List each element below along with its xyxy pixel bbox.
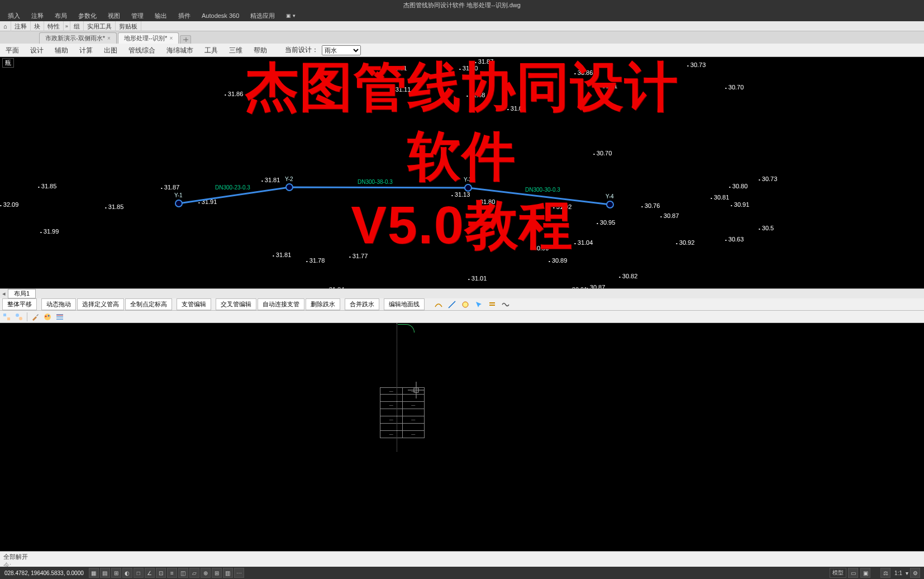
- panel-group[interactable]: 组: [70, 21, 84, 31]
- panel-arrow-icon[interactable]: »: [64, 21, 70, 31]
- snap-toggle[interactable]: ▦: [89, 568, 99, 578]
- close-icon[interactable]: ×: [107, 35, 111, 41]
- grid-toggle[interactable]: ▤: [100, 568, 110, 578]
- panel-annotate[interactable]: 注释: [11, 21, 31, 31]
- document-tabs: 市政新演示-双侧雨水* × 地形处理--识别* ×: [0, 31, 924, 44]
- menu-autodesk360[interactable]: Autodesk 360: [196, 12, 245, 19]
- doc-tab-municipal[interactable]: 市政新演示-双侧雨水* ×: [39, 32, 117, 44]
- tb-3d[interactable]: 三维: [223, 44, 248, 57]
- layout-icon[interactable]: ▭: [848, 568, 858, 578]
- menu-output[interactable]: 输出: [149, 12, 173, 20]
- pipe-node-label: Y-1: [174, 192, 183, 198]
- lwt-toggle[interactable]: ≡: [167, 568, 177, 578]
- circle-icon[interactable]: [461, 300, 470, 309]
- menu-layout[interactable]: 布局: [49, 12, 73, 20]
- polar-toggle[interactable]: ◐: [122, 568, 132, 578]
- elevation-label: 32.09: [0, 201, 18, 208]
- panel-clipboard[interactable]: 剪贴板: [116, 21, 141, 31]
- tb-output[interactable]: 出图: [98, 44, 123, 57]
- panel-utils[interactable]: 实用工具: [84, 21, 116, 31]
- ws-toggle[interactable]: ▥: [223, 568, 233, 578]
- gear-icon[interactable]: ⚙: [910, 568, 920, 578]
- max-icon[interactable]: ▣: [860, 568, 870, 578]
- opt2-icon[interactable]: [15, 312, 23, 321]
- status-scale[interactable]: 1:1: [892, 570, 904, 576]
- btn-drag[interactable]: 动态拖动: [41, 298, 76, 310]
- btn-select-height[interactable]: 选择定义管高: [77, 298, 124, 310]
- ann-toggle[interactable]: ⊞: [212, 568, 222, 578]
- pick-icon[interactable]: [474, 300, 483, 309]
- elevation-label: 30.5: [759, 225, 774, 231]
- tb-pipeline[interactable]: 管线综合: [123, 44, 161, 57]
- menu-insert[interactable]: 插入: [2, 12, 26, 20]
- svg-rect-7: [3, 314, 6, 316]
- btn-translate[interactable]: 整体平移: [2, 298, 37, 310]
- tb-help[interactable]: 帮助: [248, 44, 273, 57]
- annoscale-icon[interactable]: ⚖: [880, 568, 890, 578]
- plus-icon: [183, 37, 188, 42]
- tutorial-overlay-title: 杰图管线协同设计软件 V5.0教程: [231, 57, 693, 260]
- ribbon-panels: ⌂ 注释 块 特性 » 组 实用工具 剪贴板: [0, 21, 924, 31]
- scale-dropdown-icon[interactable]: ▾: [906, 570, 908, 576]
- svg-rect-6: [489, 305, 495, 306]
- tb-assist[interactable]: 辅助: [49, 44, 74, 57]
- menu-plugin[interactable]: 插件: [173, 12, 196, 20]
- lines-icon[interactable]: [55, 312, 64, 321]
- btn-cross-edit[interactable]: 交叉管编辑: [216, 298, 256, 310]
- dyn-toggle[interactable]: ⊡: [156, 568, 166, 578]
- trans-toggle[interactable]: ◫: [178, 568, 188, 578]
- menu-annotate[interactable]: 注释: [26, 12, 49, 20]
- track-toggle[interactable]: ∠: [145, 568, 155, 578]
- menu-manage[interactable]: 管理: [126, 12, 149, 20]
- btn-edit-ground[interactable]: 编辑地面线: [384, 298, 425, 310]
- btn-auto-connect[interactable]: 自动连接支管: [258, 298, 304, 310]
- new-tab-button[interactable]: [180, 35, 191, 44]
- doc-tab-terrain[interactable]: 地形处理--识别* ×: [118, 32, 179, 44]
- overlay-line2: V5.0教程: [231, 191, 693, 260]
- menu-featured[interactable]: 精选应用: [245, 12, 280, 20]
- tb-calc[interactable]: 计算: [74, 44, 98, 57]
- line-icon[interactable]: [447, 300, 456, 309]
- ortho-toggle[interactable]: ⊞: [111, 568, 121, 578]
- stack-icon[interactable]: [488, 300, 497, 309]
- viewport-label: 瓶: [2, 58, 14, 68]
- btn-merge-drop[interactable]: 合并跌水: [345, 298, 379, 310]
- more-toggle[interactable]: ⋯: [234, 568, 244, 578]
- palette-icon[interactable]: [43, 312, 52, 321]
- elevation-label: 30.81: [711, 194, 729, 201]
- elevation-label: 31.85: [38, 183, 56, 189]
- status-model[interactable]: 模型: [830, 568, 846, 578]
- qp-toggle[interactable]: ▱: [189, 568, 199, 578]
- tb-plan[interactable]: 平面: [0, 44, 25, 57]
- curve-icon[interactable]: [434, 300, 443, 309]
- tb-tools[interactable]: 工具: [199, 44, 223, 57]
- layout-tab-1[interactable]: 布局1: [8, 289, 36, 298]
- current-design-label: 当前设计：: [282, 45, 322, 55]
- opt-icon[interactable]: [2, 312, 11, 321]
- elevation-label: 31.85: [105, 203, 123, 210]
- tb-design[interactable]: 设计: [25, 44, 49, 57]
- wave-icon[interactable]: [501, 300, 510, 309]
- btn-branch-edit[interactable]: 支管编辑: [177, 298, 211, 310]
- menu-view[interactable]: 视图: [102, 12, 126, 20]
- profile-data-table: —— —— —— ——: [380, 387, 425, 438]
- sc-toggle[interactable]: ⊕: [201, 568, 211, 578]
- brush-icon[interactable]: [31, 312, 40, 321]
- main-menu: 插入 注释 布局 参数化 视图 管理 输出 插件 Autodesk 360 精选…: [0, 10, 924, 21]
- menu-expand-icon[interactable]: ▣ ▾: [280, 13, 301, 18]
- panel-leader: ⌂: [0, 21, 11, 31]
- svg-point-9: [16, 314, 19, 317]
- osnap-toggle[interactable]: □: [134, 568, 144, 578]
- plan-viewport[interactable]: 瓶 32.09 31.8731.1131.1030.8630.7331.8631…: [0, 57, 924, 288]
- btn-delete-drop[interactable]: 删除跌水: [306, 298, 340, 310]
- current-design-select[interactable]: 雨水: [322, 45, 361, 55]
- layout-prev-icon[interactable]: ◂: [2, 290, 6, 297]
- profile-viewport[interactable]: —— —— —— ——: [0, 323, 924, 551]
- panel-props[interactable]: 特性: [44, 21, 64, 31]
- tb-sponge[interactable]: 海绵城市: [161, 44, 199, 57]
- command-line[interactable]: 全部解开 令:: [0, 551, 924, 567]
- btn-control-elev[interactable]: 全制点定标高: [125, 298, 172, 310]
- panel-block[interactable]: 块: [31, 21, 44, 31]
- menu-param[interactable]: 参数化: [73, 12, 102, 20]
- close-icon[interactable]: ×: [169, 35, 173, 41]
